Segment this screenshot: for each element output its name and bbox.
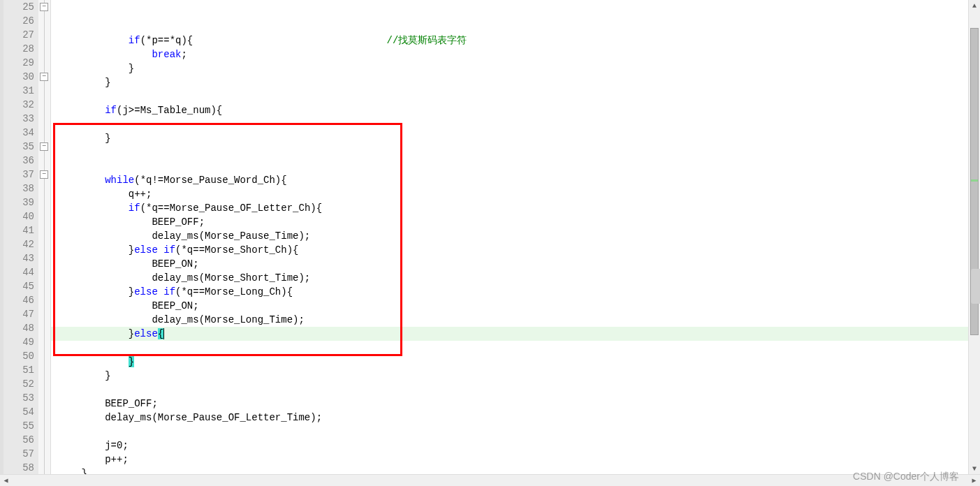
code-line[interactable]: }else if(*q==Morse_Long_Ch){ bbox=[51, 285, 968, 299]
code-line[interactable]: } bbox=[51, 355, 968, 369]
code-line[interactable]: p++; bbox=[51, 452, 968, 466]
code-line[interactable]: if(*q==Morse_Pause_OF_Letter_Ch){ bbox=[51, 201, 968, 215]
keyword-token: if bbox=[129, 202, 140, 214]
code-line[interactable] bbox=[51, 159, 968, 173]
code-line[interactable]: if(*p==*q){ //找莫斯码表字符 bbox=[51, 34, 968, 47]
code-line[interactable]: } bbox=[51, 75, 968, 89]
code-line[interactable]: delay_ms(Morse_Pause_OF_Letter_Time); bbox=[51, 411, 968, 425]
code-token: j= bbox=[58, 440, 117, 451]
code-token: } bbox=[58, 244, 134, 256]
line-number: 29 bbox=[3, 56, 34, 70]
line-number: 37 bbox=[3, 168, 34, 182]
keyword-token: else if bbox=[134, 286, 175, 297]
keyword-token: if bbox=[105, 105, 117, 116]
code-line[interactable]: }else if(*q==Morse_Short_Ch){ bbox=[51, 243, 968, 257]
line-number: 52 bbox=[3, 377, 34, 391]
line-number: 38 bbox=[3, 182, 34, 196]
fold-column: −−−− bbox=[38, 0, 51, 475]
line-number: 48 bbox=[3, 321, 34, 335]
code-token: BEEP_ON; bbox=[58, 300, 199, 311]
code-token: ; bbox=[181, 49, 187, 60]
line-number: 27 bbox=[3, 28, 34, 42]
code-line[interactable]: q++; bbox=[51, 187, 968, 201]
code-token: (*p==*q){ bbox=[140, 35, 193, 46]
code-token: } bbox=[58, 77, 111, 88]
scroll-down-button[interactable]: ▼ bbox=[969, 463, 980, 475]
scroll-left-button[interactable]: ◀ bbox=[0, 475, 12, 486]
editor-container: 2526272829303132333435363738394041424344… bbox=[0, 0, 980, 475]
code-token bbox=[58, 35, 129, 46]
scroll-up-button[interactable]: ▲ bbox=[969, 0, 980, 12]
fold-toggle-icon[interactable]: − bbox=[40, 142, 48, 151]
code-token bbox=[58, 202, 129, 214]
code-line[interactable] bbox=[51, 145, 968, 159]
code-line[interactable] bbox=[51, 89, 968, 103]
line-number: 57 bbox=[3, 447, 34, 461]
code-area[interactable]: if(*p==*q){ //找莫斯码表字符 break; } } if(j>=M… bbox=[51, 0, 968, 475]
code-line[interactable]: } bbox=[51, 369, 968, 383]
code-line[interactable] bbox=[51, 383, 968, 397]
overview-mark bbox=[971, 179, 978, 182]
code-line[interactable]: }else{ bbox=[51, 327, 968, 341]
line-number: 30 bbox=[3, 70, 34, 84]
code-line[interactable]: delay_ms(Morse_Long_Time); bbox=[51, 313, 968, 327]
horizontal-scrollbar[interactable]: ◀ ▶ bbox=[0, 474, 980, 486]
code-token: (j>=Ms_Table_num){ bbox=[117, 105, 222, 116]
line-number: 58 bbox=[3, 461, 34, 475]
scroll-right-button[interactable]: ▶ bbox=[968, 475, 980, 486]
line-number: 55 bbox=[3, 419, 34, 433]
fold-toggle-icon[interactable]: − bbox=[40, 3, 48, 11]
code-token: (*q==Morse_Pause_OF_Letter_Ch){ bbox=[140, 202, 322, 214]
line-number: 25 bbox=[3, 0, 34, 14]
fold-guide-line bbox=[44, 0, 45, 475]
line-number: 35 bbox=[3, 140, 34, 154]
vertical-scrollbar[interactable]: ▲ ▼ bbox=[968, 0, 980, 475]
side-panel-tab[interactable] bbox=[971, 269, 980, 304]
line-number: 32 bbox=[3, 98, 34, 112]
code-token: BEEP_OFF; bbox=[58, 216, 205, 228]
code-line[interactable]: BEEP_ON; bbox=[51, 257, 968, 271]
overview-ruler bbox=[971, 12, 978, 463]
code-line[interactable]: while(*q!=Morse_Pause_Word_Ch){ bbox=[51, 173, 968, 187]
code-token: } bbox=[58, 328, 134, 339]
line-number: 36 bbox=[3, 154, 34, 168]
code-line[interactable]: break; bbox=[51, 47, 968, 61]
comment-token: //找莫斯码表字符 bbox=[387, 35, 467, 46]
fold-toggle-icon[interactable]: − bbox=[40, 73, 48, 81]
code-line[interactable]: if(j>=Ms_Table_num){ bbox=[51, 103, 968, 117]
code-line[interactable] bbox=[51, 341, 968, 355]
code-token: (*q!=Morse_Pause_Word_Ch){ bbox=[134, 175, 286, 186]
code-token: } bbox=[58, 370, 111, 381]
line-number: 28 bbox=[3, 42, 34, 56]
code-token: ; bbox=[122, 440, 128, 451]
keyword-token: while bbox=[105, 175, 134, 186]
matched-brace: } bbox=[129, 356, 134, 367]
code-token: BEEP_OFF; bbox=[58, 398, 158, 409]
code-line[interactable]: } bbox=[51, 61, 968, 75]
code-line[interactable]: BEEP_OFF; bbox=[51, 215, 968, 229]
code-line[interactable]: BEEP_OFF; bbox=[51, 397, 968, 411]
fold-toggle-icon[interactable]: − bbox=[40, 170, 48, 179]
code-token bbox=[58, 175, 105, 186]
line-number: 34 bbox=[3, 126, 34, 140]
code-line[interactable]: delay_ms(Morse_Pause_Time); bbox=[51, 229, 968, 243]
line-number: 45 bbox=[3, 279, 34, 293]
code-token: (*q==Morse_Short_Ch){ bbox=[175, 244, 298, 256]
code-line[interactable] bbox=[51, 117, 968, 131]
code-line[interactable] bbox=[51, 425, 968, 439]
code-line[interactable]: j=0; bbox=[51, 439, 968, 452]
code-token: } bbox=[58, 63, 134, 74]
line-number: 54 bbox=[3, 405, 34, 419]
line-number: 53 bbox=[3, 391, 34, 405]
code-token: p++; bbox=[58, 454, 129, 465]
line-number: 44 bbox=[3, 265, 34, 279]
line-number: 40 bbox=[3, 209, 34, 223]
line-number: 43 bbox=[3, 251, 34, 265]
code-token bbox=[58, 105, 105, 116]
keyword-token: else if bbox=[134, 244, 175, 256]
code-line[interactable]: delay_ms(Morse_Short_Time); bbox=[51, 271, 968, 285]
code-line[interactable]: } bbox=[51, 131, 968, 145]
code-line[interactable]: BEEP_ON; bbox=[51, 299, 968, 313]
line-number: 41 bbox=[3, 223, 34, 237]
text-cursor bbox=[163, 328, 164, 339]
